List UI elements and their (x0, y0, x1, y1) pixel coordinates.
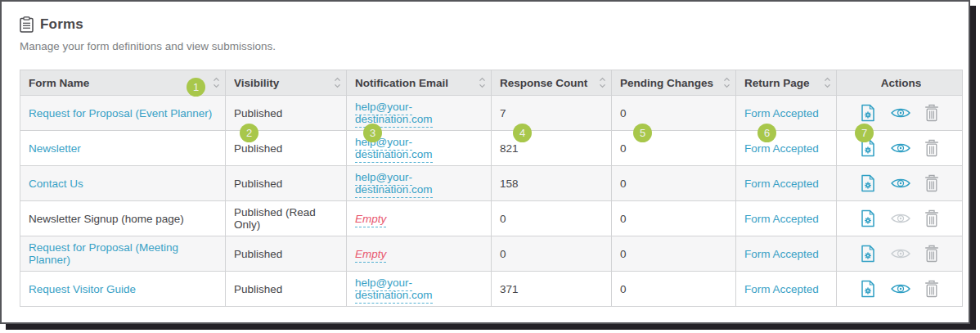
form-settings-icon[interactable] (860, 280, 876, 298)
table-row: Request Visitor Guide Published help@you… (20, 272, 963, 307)
return-page-link[interactable]: Form Accepted (744, 142, 819, 155)
notification-email-link[interactable]: help@your-destination.com (355, 171, 433, 198)
column-header-response-count[interactable]: Response Count (492, 70, 612, 96)
table-row: Newsletter Published help@your-destinati… (20, 131, 963, 166)
form-name-text: Newsletter Signup (home page) (29, 213, 184, 225)
sort-arrows-icon (824, 77, 831, 88)
visibility-value: Published (234, 283, 282, 295)
response-count-value: 158 (500, 178, 519, 190)
form-settings-icon[interactable] (860, 174, 876, 192)
sort-arrows-icon (479, 77, 486, 88)
trash-icon[interactable] (924, 209, 939, 227)
annotation-badge-1: 1 (187, 78, 205, 97)
preview-eye-icon[interactable] (891, 106, 910, 119)
form-settings-icon[interactable] (860, 245, 876, 263)
column-header-visibility[interactable]: Visibility (226, 70, 347, 96)
form-name-link[interactable]: Newsletter (29, 142, 81, 155)
pending-changes-value: 0 (620, 107, 627, 119)
column-header-return-page[interactable]: Return Page (736, 70, 837, 96)
trash-icon[interactable] (924, 139, 939, 157)
table-row: Contact Us Published help@your-destinati… (20, 166, 963, 201)
pending-changes-value: 0 (620, 213, 627, 225)
trash-icon[interactable] (924, 280, 939, 298)
preview-eye-icon[interactable] (891, 142, 910, 155)
form-settings-icon[interactable] (860, 209, 876, 227)
forms-table: Form Name Visibility Notification Email … (20, 70, 963, 307)
table-row: Request for Proposal (Event Planner) Pub… (20, 96, 963, 131)
return-page-link[interactable]: Form Accepted (744, 248, 819, 260)
trash-icon[interactable] (924, 104, 939, 122)
pending-changes-value: 0 (620, 178, 627, 190)
pending-changes-value: 0 (620, 142, 627, 155)
preview-eye-icon-disabled (891, 247, 910, 260)
sort-arrows-icon (599, 77, 606, 88)
table-header-row: Form Name Visibility Notification Email … (20, 70, 963, 96)
return-page-link[interactable]: Form Accepted (744, 178, 819, 190)
return-page-link[interactable]: Form Accepted (744, 107, 819, 119)
clipboard-icon (20, 16, 34, 33)
sort-arrows-icon (723, 77, 731, 88)
return-page-link[interactable]: Form Accepted (744, 283, 819, 295)
notification-email-link[interactable]: help@your-destination.com (355, 277, 433, 304)
page-subtitle: Manage your form definitions and view su… (20, 40, 951, 52)
return-page-link[interactable]: Form Accepted (744, 213, 819, 225)
form-name-link[interactable]: Request for Proposal (Meeting Planner) (29, 241, 178, 266)
forms-page: Forms Manage your form definitions and v… (2, 2, 969, 322)
visibility-value: Published (234, 142, 282, 155)
notification-email-empty-link[interactable]: Empty (355, 213, 386, 227)
annotation-badge-5: 5 (633, 124, 652, 142)
annotation-badge-7: 7 (855, 124, 874, 142)
preview-eye-icon[interactable] (891, 282, 910, 295)
visibility-value: Published (Read Only) (234, 206, 316, 231)
pending-changes-value: 0 (620, 283, 627, 295)
notification-email-empty-link[interactable]: Empty (355, 248, 386, 263)
form-name-link[interactable]: Contact Us (29, 178, 83, 190)
table-row: Newsletter Signup (home page) Published … (20, 201, 963, 236)
response-count-value: 821 (500, 142, 519, 155)
table-row: Request for Proposal (Meeting Planner) P… (20, 236, 963, 272)
annotation-badge-4: 4 (513, 124, 532, 142)
notification-email-link[interactable]: help@your-destination.com (355, 101, 433, 128)
response-count-value: 7 (500, 107, 506, 119)
page-title: Forms (40, 16, 83, 33)
sort-arrows-icon (334, 77, 341, 88)
visibility-value: Published (234, 107, 282, 119)
form-name-link[interactable]: Request Visitor Guide (29, 283, 136, 295)
response-count-value: 0 (500, 248, 506, 260)
response-count-value: 0 (500, 213, 506, 225)
screenshot-frame: Forms Manage your form definitions and v… (0, 0, 970, 324)
pending-changes-value: 0 (620, 248, 627, 260)
preview-eye-icon-disabled (891, 212, 910, 225)
trash-icon[interactable] (924, 174, 939, 192)
annotation-badge-2: 2 (240, 124, 258, 142)
sort-arrows-icon (213, 77, 220, 88)
annotation-badge-3: 3 (363, 124, 382, 142)
page-header: Forms Manage your form definitions and v… (2, 2, 969, 52)
preview-eye-icon[interactable] (891, 177, 910, 190)
response-count-value: 371 (500, 283, 519, 295)
column-header-notification-email[interactable]: Notification Email (347, 70, 492, 96)
form-settings-icon[interactable] (860, 104, 876, 122)
annotation-badge-6: 6 (757, 124, 776, 142)
visibility-value: Published (234, 248, 282, 260)
form-name-link[interactable]: Request for Proposal (Event Planner) (29, 107, 212, 119)
column-header-pending-changes[interactable]: Pending Changes (612, 70, 736, 96)
visibility-value: Published (234, 178, 282, 190)
trash-icon[interactable] (924, 245, 939, 263)
column-header-actions: Actions (837, 70, 963, 96)
